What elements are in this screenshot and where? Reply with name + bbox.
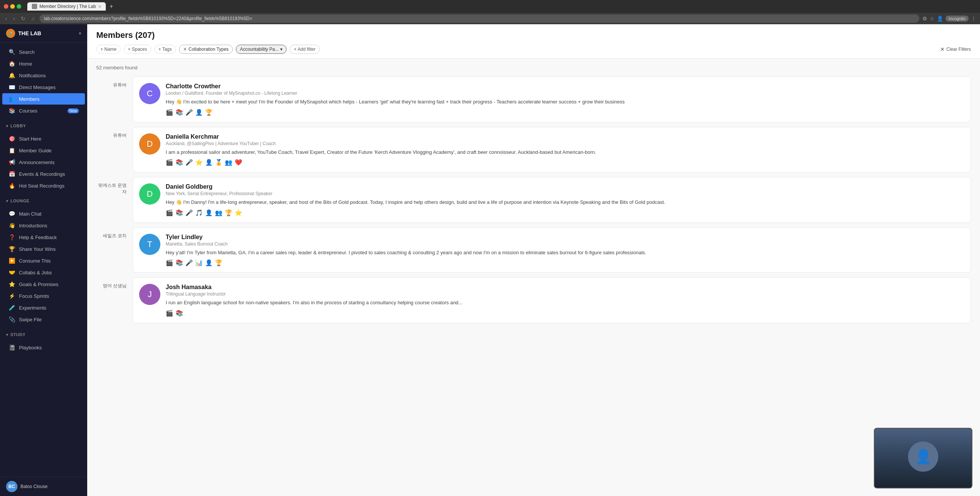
- member-icon: 👥: [215, 209, 223, 216]
- user-avatar-row[interactable]: BC Baloo Clouse: [0, 477, 87, 496]
- member-card[interactable]: T Tyler Lindley Marietta, Sales Burnout …: [133, 227, 971, 273]
- member-icon: 🎬: [165, 209, 173, 216]
- sidebar-item-start-here[interactable]: 🎯 Start Here: [2, 133, 85, 145]
- tab-close-icon[interactable]: ✕: [98, 5, 101, 9]
- sidebar-item-share-wins[interactable]: 🏆 Share Your Wins: [2, 243, 85, 254]
- member-category-label: 유튜버: [96, 76, 127, 88]
- sidebar-item-goals-promises[interactable]: ⭐ Goals & Promises: [2, 278, 85, 290]
- sidebar-item-direct-messages[interactable]: ✉️ Direct Messages: [2, 81, 85, 93]
- page-title: Members (207): [96, 30, 971, 40]
- member-icon: ❤️: [235, 159, 242, 166]
- member-bio: Hey 👋 I'm excited to be here + meet you!…: [165, 98, 964, 106]
- sidebar-item-swipe-file[interactable]: 📎 Swipe File: [2, 314, 85, 325]
- chat-icon: 💬: [8, 211, 15, 217]
- clear-filters-label: Clear Filters: [946, 47, 971, 52]
- sidebar-label-help: Help & Feedback: [19, 235, 57, 240]
- main-content: Members (207) + Name + Spaces + Tags ✕ C…: [87, 24, 980, 496]
- sidebar-item-hot-seat[interactable]: 🔥 Hot Seat Recordings: [2, 180, 85, 191]
- table-row: 팟캐스트 운영자 D Daniel Goldberg New York, Ser…: [96, 177, 971, 223]
- sidebar-label-home: Home: [19, 61, 32, 67]
- member-icon: 👥: [225, 159, 232, 166]
- clear-filters-button[interactable]: ✕ Clear Filters: [940, 46, 971, 52]
- sidebar-label-hot-seat: Hot Seat Recordings: [19, 183, 64, 189]
- study-section-header[interactable]: ▾ STUDY: [0, 329, 87, 339]
- study-chevron-icon: ▾: [6, 333, 8, 337]
- lounge-section-label: LOUNGE: [11, 199, 30, 203]
- refresh-button[interactable]: ↻: [19, 15, 27, 22]
- sidebar-item-experiments[interactable]: 🧪 Experiments: [2, 302, 85, 313]
- sidebar-item-search[interactable]: 🔍 Search: [2, 46, 85, 57]
- maximize-button[interactable]: [17, 4, 21, 9]
- active-tab[interactable]: Member Directory | The Lab ✕: [27, 2, 106, 11]
- member-bio: I run an English language school for non…: [165, 299, 964, 307]
- dropdown-chevron-icon[interactable]: ▾: [280, 47, 282, 52]
- member-card[interactable]: D Daniel Goldberg New York, Serial Entre…: [133, 177, 971, 223]
- home-icon: 🏠: [8, 60, 15, 67]
- close-button[interactable]: [4, 4, 8, 9]
- home-button[interactable]: ⌂: [30, 15, 36, 22]
- minimize-button[interactable]: [10, 4, 15, 9]
- member-name: Daniella Kerchmar: [165, 134, 964, 140]
- member-icon: 📚: [175, 310, 183, 317]
- collab-types-filter-tag[interactable]: ✕ Collaboration Types: [179, 45, 233, 54]
- add-filter-button[interactable]: + Add filter: [290, 45, 320, 54]
- sidebar-nav-lounge: 💬 Main Chat 👋 Introductions ❓ Help & Fee…: [0, 205, 87, 329]
- sidebar-item-focus-sprints[interactable]: ⚡ Focus Sprints: [2, 290, 85, 302]
- sidebar-label-introductions: Introductions: [19, 223, 47, 229]
- address-bar[interactable]: [40, 14, 920, 23]
- messages-icon: ✉️: [8, 84, 15, 90]
- tags-filter-button[interactable]: + Tags: [154, 45, 176, 54]
- remove-collab-icon[interactable]: ✕: [183, 47, 187, 52]
- search-icon: 🔍: [8, 49, 15, 55]
- sidebar-logo: 🧪 THE LAB: [6, 29, 41, 38]
- member-info: Josh Hamasaka Trilingual Language Instru…: [165, 284, 964, 317]
- bookmark-icon[interactable]: ☆: [929, 16, 934, 22]
- lounge-section-header[interactable]: ▾ LOUNGE: [0, 195, 87, 205]
- member-info: Daniel Goldberg New York, Serial Entrepr…: [165, 183, 964, 216]
- accountability-label: Accountability Pa...: [240, 47, 278, 52]
- sidebar-chevron-icon[interactable]: ▾: [79, 31, 81, 36]
- sidebar-item-notifications[interactable]: 🔔 Notifications: [2, 70, 85, 81]
- sidebar-item-main-chat[interactable]: 💬 Main Chat: [2, 208, 85, 219]
- member-card[interactable]: C Charlotte Crowther London / Guildford,…: [133, 76, 971, 122]
- sidebar-item-announcements[interactable]: 📢 Announcements: [2, 156, 85, 168]
- sidebar-label-courses: Courses: [19, 108, 37, 114]
- sidebar-label-collabs: Collabs & Jobs: [19, 270, 52, 275]
- sidebar-nav-lobby: 🎯 Start Here 📋 Member Guide 📢 Announceme…: [0, 130, 87, 195]
- sidebar-item-member-guide[interactable]: 📋 Member Guide: [2, 145, 85, 156]
- clear-x-icon: ✕: [940, 46, 945, 52]
- back-button[interactable]: ‹: [4, 15, 9, 22]
- sidebar-item-courses[interactable]: 📚 Courses New: [2, 105, 85, 116]
- member-icon: ⭐: [235, 209, 242, 216]
- sidebar-item-consume-this[interactable]: ▶️ Consume This: [2, 255, 85, 266]
- events-icon: 📅: [8, 171, 15, 177]
- sidebar-item-events-recordings[interactable]: 📅 Events & Recordings: [2, 168, 85, 180]
- member-card[interactable]: D Daniella Kerchmar Auckland, @SailingPi…: [133, 127, 971, 173]
- name-filter-button[interactable]: + Name: [96, 45, 121, 54]
- member-icon: 🎤: [185, 109, 193, 116]
- member-icons: 🎬 📚 🎤 🎵 👤 👥 🏆 ⭐: [165, 209, 964, 216]
- lobby-section-header[interactable]: ▾ LOBBY: [0, 120, 87, 130]
- sidebar-item-playbooks[interactable]: 📓 Playbooks: [2, 342, 85, 353]
- sidebar-item-home[interactable]: 🏠 Home: [2, 58, 85, 69]
- extensions-icon[interactable]: ⚙: [923, 16, 927, 22]
- sidebar-item-members[interactable]: 👥 Members: [2, 93, 85, 105]
- sidebar-label-announcements: Announcements: [19, 159, 54, 165]
- sprints-icon: ⚡: [8, 293, 15, 299]
- sidebar-label-start-here: Start Here: [19, 136, 41, 142]
- menu-icon[interactable]: ⋮: [971, 16, 976, 22]
- spaces-filter-button[interactable]: + Spaces: [124, 45, 151, 54]
- member-card[interactable]: J Josh Hamasaka Trilingual Language Inst…: [133, 277, 971, 323]
- sidebar-label-playbooks: Playbooks: [19, 345, 42, 350]
- member-icon: 🏆: [205, 109, 213, 116]
- forward-button[interactable]: ›: [12, 15, 17, 22]
- sidebar-item-collabs-jobs[interactable]: 🤝 Collabs & Jobs: [2, 267, 85, 278]
- profile-icon[interactable]: 👤: [937, 16, 943, 22]
- new-tab-button[interactable]: +: [107, 3, 115, 10]
- accountability-filter-tag[interactable]: Accountability Pa... ▾: [236, 45, 286, 54]
- tab-favicon: [32, 4, 37, 9]
- courses-icon: 📚: [8, 108, 15, 114]
- sidebar-item-help-feedback[interactable]: ❓ Help & Feedback: [2, 232, 85, 243]
- sidebar-item-introductions[interactable]: 👋 Introductions: [2, 220, 85, 231]
- member-icon: 👤: [195, 109, 203, 116]
